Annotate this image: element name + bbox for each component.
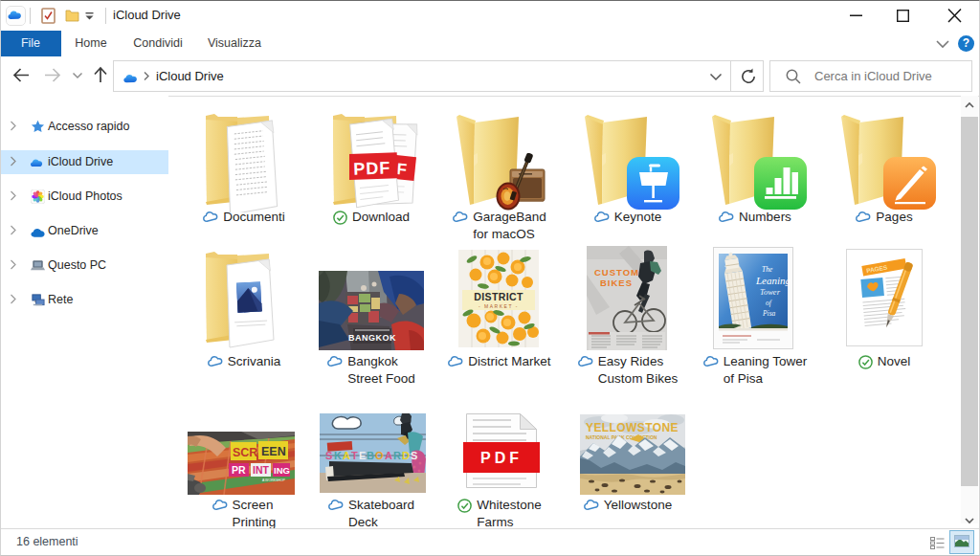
- svg-text:The: The: [762, 265, 773, 274]
- svg-text:S: S: [325, 450, 332, 461]
- svg-text:Leaning: Leaning: [755, 275, 791, 286]
- svg-text:PDF: PDF: [353, 158, 391, 178]
- svg-text:of: of: [766, 299, 772, 307]
- svg-text:- MARKET -: - MARKET -: [479, 303, 519, 309]
- svg-text:T: T: [351, 450, 358, 461]
- svg-text:O: O: [375, 450, 384, 461]
- svg-text:DISTRICT: DISTRICT: [474, 291, 523, 302]
- svg-text:A WORKSHOP: A WORKSHOP: [262, 478, 286, 482]
- svg-text:B: B: [367, 450, 374, 461]
- svg-text:INT: INT: [253, 464, 270, 476]
- svg-text:Tower: Tower: [760, 287, 781, 297]
- svg-text:D: D: [402, 450, 410, 461]
- svg-text:S: S: [411, 450, 417, 461]
- svg-text:E: E: [359, 450, 366, 461]
- svg-text:EEN: EEN: [261, 445, 286, 458]
- svg-text:PDF: PDF: [480, 450, 523, 466]
- svg-text:ING: ING: [274, 465, 290, 476]
- svg-text:BIKES: BIKES: [600, 278, 633, 288]
- svg-text:A: A: [343, 450, 350, 461]
- svg-text:SCR: SCR: [233, 446, 257, 459]
- svg-text:PR: PR: [232, 464, 246, 476]
- svg-text:K: K: [334, 450, 342, 461]
- svg-text:YELLOWSTONE: YELLOWSTONE: [586, 421, 679, 434]
- svg-text:R: R: [393, 450, 401, 461]
- svg-text:BANGKOK: BANGKOK: [348, 333, 396, 343]
- svg-text:Pisa: Pisa: [762, 309, 776, 318]
- svg-text:A: A: [385, 450, 392, 461]
- svg-text:CUSTOM: CUSTOM: [594, 267, 639, 278]
